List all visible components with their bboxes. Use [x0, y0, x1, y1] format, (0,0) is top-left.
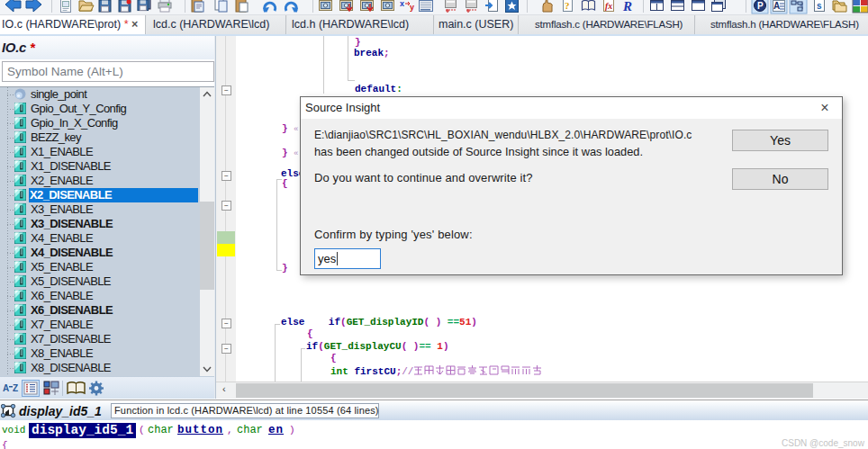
svg-text:y: y [410, 3, 414, 12]
svg-text:fx: fx [605, 1, 612, 11]
svg-text:A: A [3, 383, 9, 393]
svg-text:x: x [400, 0, 404, 8]
svg-text:A: A [773, 1, 780, 11]
svg-text:?: ? [565, 0, 570, 11]
svg-text:R: R [622, 0, 632, 13]
svg-text:P: P [757, 1, 764, 11]
svg-text:Z: Z [13, 383, 18, 393]
svg-text:s: s [817, 1, 822, 11]
